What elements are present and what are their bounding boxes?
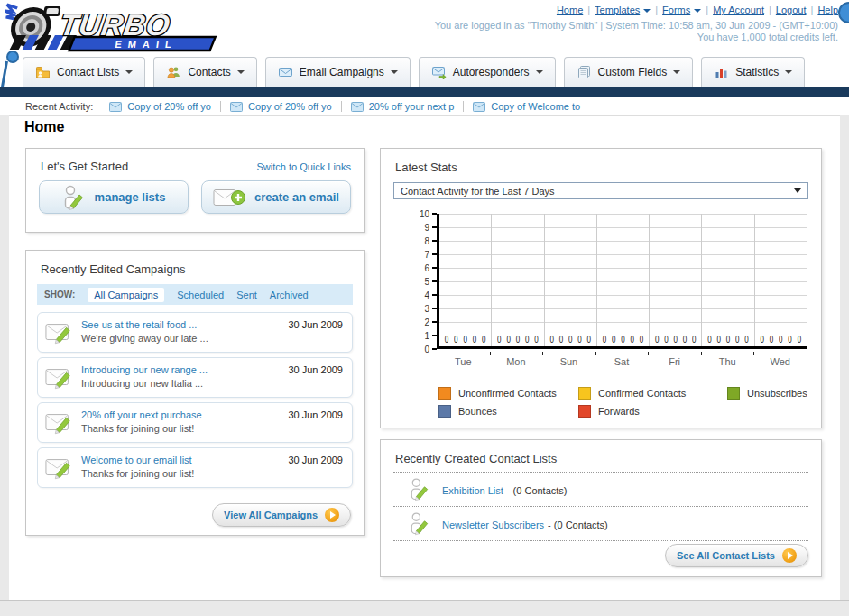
recent-activity-link[interactable]: Copy of 20% off yo	[127, 101, 211, 112]
legend-item: Confirmed Contacts	[578, 387, 727, 400]
tab-label: Statistics	[735, 66, 779, 78]
legend-item: Forwards	[578, 405, 727, 418]
chart-legend: Unconfirmed ContactsConfirmed ContactsUn…	[438, 387, 807, 418]
recent-activity-link[interactable]: Copy of Welcome to	[491, 101, 580, 112]
recent-activity-bar: Recent Activity: Copy of 20% off yo Copy…	[0, 97, 849, 116]
envelope-pencil-icon	[45, 456, 74, 480]
recent-activity-item[interactable]: 20% off your next p	[351, 101, 465, 113]
bar-value-label: 0	[761, 335, 764, 345]
tab-label: Email Campaigns	[300, 66, 384, 78]
tab-statistics[interactable]: Statistics	[701, 57, 805, 87]
bar-value-label: 0	[445, 335, 448, 345]
recent-activity-link[interactable]: Copy of 20% off yo	[248, 101, 332, 112]
chevron-down-icon	[125, 70, 133, 74]
create-email-button[interactable]: create an email	[201, 180, 351, 214]
chart-category-group: 00000	[492, 214, 544, 346]
page-title: Home	[24, 119, 64, 135]
x-tick-label: Sat	[595, 352, 649, 367]
contact-list-count: - (0 Contacts)	[507, 485, 568, 496]
header-link-home[interactable]: Home	[557, 5, 583, 15]
bar-value-label: 0	[463, 335, 466, 345]
chevron-down-icon	[391, 70, 398, 74]
contact-list-item[interactable]: Newsletter Subscribers- (0 Contacts)	[393, 507, 808, 540]
legend-swatch	[578, 405, 591, 418]
latest-stats-title: Latest Stats	[395, 161, 457, 174]
campaign-title-link[interactable]: See us at the retail food ...	[81, 319, 197, 330]
campaign-card[interactable]: Welcome to our email list Thanks for joi…	[37, 447, 353, 488]
tab-email-campaigns[interactable]: Email Campaigns	[265, 57, 411, 87]
tab-contact-lists[interactable]: Contact Lists	[23, 57, 145, 87]
orange-arrow-circle-icon	[782, 548, 797, 563]
navy-divider-bar	[0, 87, 849, 97]
tab-label: Contacts	[188, 66, 230, 78]
campaign-card[interactable]: Introducing our new range ... Introducin…	[37, 357, 353, 398]
y-tick-label: 9	[424, 223, 437, 232]
recent-activity-item[interactable]: Copy of 20% off yo	[109, 101, 221, 113]
person-pencil-icon	[62, 185, 86, 210]
campaign-subtitle: We're giving away our late ...	[81, 333, 208, 344]
tab-custom-fields[interactable]: Custom Fields	[564, 57, 694, 87]
campaign-card[interactable]: 20% off your next purchase Thanks for jo…	[37, 402, 353, 443]
header-link-forms[interactable]: Forms	[662, 5, 690, 15]
legend-label: Bounces	[458, 406, 497, 417]
chevron-down-icon	[673, 70, 680, 74]
contact-list-link[interactable]: Newsletter Subscribers	[442, 519, 544, 530]
legend-label: Unconfirmed Contacts	[458, 388, 557, 399]
header-link-my-account[interactable]: My Account	[713, 5, 764, 15]
stats-period-dropdown[interactable]: Contact Activity for the Last 7 Days	[393, 182, 808, 199]
tab-contacts[interactable]: Contacts	[153, 57, 256, 87]
campaign-date: 30 Jun 2009	[288, 319, 343, 330]
x-tick-label: Mon	[490, 352, 543, 367]
recent-activity-item[interactable]: Copy of Welcome to	[473, 101, 589, 113]
y-tick-label: 8	[424, 236, 437, 245]
contact-list-item[interactable]: Exhibition List- (0 Contacts)	[393, 473, 808, 506]
switch-quick-links[interactable]: Switch to Quick Links	[256, 161, 351, 172]
manage-lists-button[interactable]: manage lists	[39, 180, 189, 214]
contact-list-link[interactable]: Exhibition List	[442, 485, 503, 496]
bar-value-label: 0	[735, 335, 739, 345]
legend-item: Unsubscribes	[727, 387, 807, 400]
turbo-email-logo: TURBO EMAIL	[5, 3, 226, 53]
footer-strip	[0, 600, 849, 616]
envelope-pencil-icon	[45, 321, 74, 345]
envelope-icon	[351, 101, 364, 113]
recent-activity-item[interactable]: Copy of 20% off yo	[230, 101, 342, 113]
see-all-contact-lists-button[interactable]: See All Contact Lists	[665, 544, 808, 567]
y-tick-label: 2	[424, 317, 437, 326]
view-all-campaigns-label: View All Campaigns	[224, 510, 318, 520]
y-tick-label: 10	[420, 209, 437, 218]
create-email-label: create an email	[254, 190, 339, 204]
recent-activity-link[interactable]: 20% off your next p	[369, 101, 455, 112]
orange-arrow-circle-icon	[325, 508, 339, 522]
filter-archived[interactable]: Archived	[270, 290, 309, 300]
filter-scheduled[interactable]: Scheduled	[177, 290, 224, 300]
app-window: TURBO EMAIL Home|Templates|Forms|My Acco…	[0, 0, 849, 616]
header-links: Home|Templates|Forms|My Account|Logout|H…	[557, 5, 838, 15]
legend-label: Forwards	[598, 406, 640, 417]
view-all-campaigns-button[interactable]: View All Campaigns	[212, 503, 351, 527]
page-gutter	[0, 115, 9, 600]
campaign-subtitle: Thanks for joining our list!	[81, 423, 194, 434]
campaign-title-link[interactable]: 20% off your next purchase	[81, 409, 202, 420]
campaign-card[interactable]: See us at the retail food ... We're givi…	[37, 312, 353, 353]
tab-autoresponders[interactable]: Autoresponders	[419, 57, 556, 87]
filter-sent[interactable]: Sent	[236, 290, 257, 300]
envelope-pencil-icon	[45, 366, 74, 390]
chevron-down-icon	[785, 70, 792, 74]
person-pencil-icon	[410, 511, 429, 536]
filter-all-campaigns[interactable]: All Campaigns	[88, 288, 164, 302]
campaign-title-link[interactable]: Introducing our new range ...	[81, 364, 208, 375]
campaign-title-link[interactable]: Welcome to our email list	[81, 455, 192, 465]
bar-value-label: 0	[717, 335, 721, 345]
header-link-logout[interactable]: Logout	[776, 5, 807, 15]
chevron-down-icon	[536, 70, 543, 74]
separator: |	[706, 5, 708, 15]
header-link-templates[interactable]: Templates	[595, 5, 640, 15]
bar-value-label: 0	[577, 335, 581, 345]
chart-category-group: 00000	[755, 214, 807, 346]
bar-value-label: 0	[473, 335, 476, 345]
bar-value-label: 0	[664, 335, 668, 345]
header-link-help[interactable]: Help	[817, 5, 838, 15]
y-tick-label: 4	[424, 290, 437, 299]
bar-value-label: 0	[568, 335, 572, 345]
